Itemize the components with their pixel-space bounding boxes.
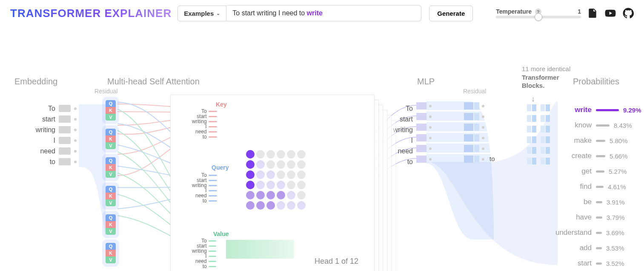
- probability-list: write 9.29%know 8.43%make 5.80%create 5.…: [549, 105, 644, 271]
- youtube-icon[interactable]: [605, 8, 616, 19]
- generate-button[interactable]: Generate: [429, 6, 473, 21]
- probability-row[interactable]: add 3.53%: [549, 243, 644, 253]
- probability-row[interactable]: start 3.52%: [549, 258, 644, 268]
- value-label: Value: [213, 231, 229, 237]
- section-mlp: MLP: [417, 77, 435, 86]
- section-attention: Multi-head Self Attention: [107, 77, 200, 86]
- key-label: Key: [216, 101, 227, 108]
- value-tokens: TostartwritingIneedto: [192, 238, 216, 269]
- probability-row[interactable]: get 5.27%: [549, 166, 644, 176]
- temperature-slider[interactable]: [496, 16, 581, 18]
- mlp-token: To: [387, 103, 413, 114]
- value-block: [226, 240, 294, 259]
- prompt-input[interactable]: To start writing I need to write: [226, 5, 421, 21]
- attention-cell[interactable]: [246, 201, 255, 210]
- head-counter: Head 1 of 12: [315, 257, 358, 266]
- key-tokens: TostartwritingIneedto: [192, 109, 217, 139]
- attention-cell[interactable]: [256, 170, 265, 179]
- section-probabilities: Probabilities: [573, 77, 619, 86]
- attention-cell[interactable]: [277, 191, 285, 199]
- probability-row[interactable]: have 3.79%: [549, 212, 644, 222]
- qkv-set[interactable]: QKV: [106, 186, 116, 206]
- attention-cell[interactable]: [256, 201, 265, 210]
- embedding-tokens: TostartwritingIneedto: [13, 103, 77, 167]
- attention-cell[interactable]: [297, 160, 306, 169]
- temperature-control: Temperature ? 1: [496, 8, 581, 19]
- attention-cell[interactable]: [277, 150, 285, 159]
- blocks-note: 11 more identical Transformer Blocks.: [522, 65, 573, 90]
- attention-cell[interactable]: [287, 150, 295, 159]
- probability-row[interactable]: be 3.91%: [549, 197, 644, 207]
- attention-cell[interactable]: [246, 160, 255, 169]
- qkv-set[interactable]: QKV: [106, 214, 116, 235]
- probability-row[interactable]: find 4.61%: [549, 182, 644, 192]
- arrow-down-icon: ↓: [531, 95, 535, 104]
- attention-cell[interactable]: [297, 191, 306, 199]
- github-icon[interactable]: [623, 8, 634, 19]
- attention-cell[interactable]: [266, 201, 275, 210]
- attention-cell[interactable]: [287, 181, 295, 189]
- attention-cell[interactable]: [277, 181, 285, 189]
- embedding-token[interactable]: start: [13, 114, 77, 124]
- qkv-column: QKVQKVQKVQKVQKVQKV: [106, 100, 116, 263]
- attention-cell[interactable]: [287, 201, 295, 210]
- prompt-prefix: To start writing I need to: [232, 9, 306, 17]
- attention-cell[interactable]: [297, 181, 306, 189]
- attention-cell[interactable]: [256, 160, 265, 169]
- residual-token-label: to: [489, 155, 495, 162]
- attention-cell[interactable]: [256, 150, 265, 159]
- attention-cell[interactable]: [266, 191, 275, 199]
- attention-cell[interactable]: [277, 170, 285, 179]
- embedding-token[interactable]: need: [13, 146, 77, 156]
- embedding-token[interactable]: to: [13, 156, 77, 167]
- embedding-token[interactable]: writing: [13, 124, 77, 135]
- mlp-rail: [416, 101, 487, 164]
- probability-row[interactable]: make 5.80%: [549, 136, 644, 146]
- qkv-set[interactable]: QKV: [106, 129, 116, 149]
- attention-cell[interactable]: [287, 160, 295, 169]
- attention-cell[interactable]: [297, 170, 306, 179]
- attention-cell[interactable]: [266, 181, 275, 189]
- probability-row[interactable]: know 8.43%: [549, 120, 644, 130]
- attention-cell[interactable]: [246, 150, 255, 159]
- residual-label-right: Residual: [463, 88, 486, 95]
- attention-cell[interactable]: [256, 181, 265, 189]
- qkv-set[interactable]: QKV: [106, 100, 116, 121]
- attention-cell[interactable]: [277, 160, 285, 169]
- attention-cell[interactable]: [277, 201, 285, 210]
- probability-row[interactable]: write 9.29%: [549, 105, 644, 115]
- prompt-predicted-token: write: [307, 9, 323, 17]
- attention-cell[interactable]: [287, 170, 295, 179]
- residual-label-left: Residual: [94, 88, 117, 95]
- attention-cell[interactable]: [256, 191, 265, 199]
- chevron-down-icon: ⌄: [216, 11, 220, 16]
- transformer-block-bars: [527, 102, 550, 166]
- probability-row[interactable]: understand 3.69%: [549, 228, 644, 238]
- qkv-set[interactable]: QKV: [106, 157, 116, 178]
- embedding-token[interactable]: I: [13, 135, 77, 146]
- diagram-canvas: Embedding Multi-head Self Attention Resi…: [0, 26, 644, 265]
- pdf-icon[interactable]: [587, 8, 598, 19]
- query-label: Query: [212, 164, 229, 171]
- examples-dropdown[interactable]: Examples ⌄: [177, 6, 226, 21]
- qkv-set[interactable]: QKV: [106, 243, 116, 263]
- attention-cell[interactable]: [246, 181, 255, 189]
- attention-cell[interactable]: [246, 191, 255, 199]
- attention-matrix[interactable]: [246, 150, 306, 210]
- header: Transformer Explainer Examples ⌄ To star…: [0, 0, 644, 26]
- attention-cell[interactable]: [266, 150, 275, 159]
- section-embedding: Embedding: [14, 77, 57, 86]
- examples-label: Examples: [184, 10, 214, 17]
- attention-cell[interactable]: [297, 150, 306, 159]
- probability-row[interactable]: create 5.66%: [549, 151, 644, 161]
- attention-cell[interactable]: [287, 191, 295, 199]
- attention-cell[interactable]: [266, 160, 275, 169]
- app-logo: Transformer Explainer: [10, 7, 172, 20]
- attention-cell[interactable]: [297, 201, 306, 210]
- attention-cell[interactable]: [266, 170, 275, 179]
- query-tokens: TostartwritingIneedto: [192, 173, 217, 203]
- embedding-token[interactable]: To: [13, 103, 77, 114]
- attention-cell[interactable]: [246, 170, 255, 179]
